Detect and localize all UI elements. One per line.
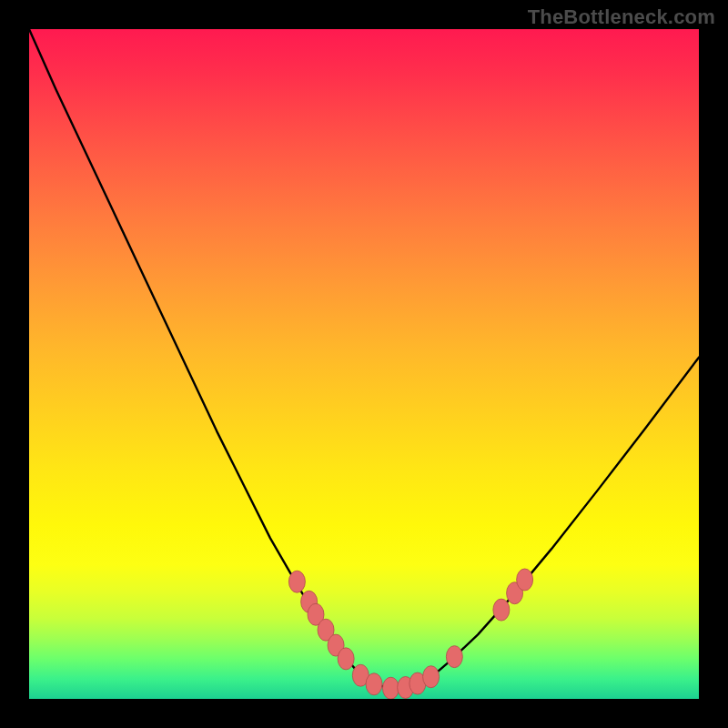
curve-marker: [446, 646, 462, 668]
curve-marker: [338, 648, 354, 670]
curve-marker: [382, 677, 399, 699]
curve-markers: [288, 569, 532, 699]
watermark-text: TheBottleneck.com: [528, 5, 715, 29]
curve-marker: [517, 569, 533, 591]
bottleneck-curve: [29, 29, 699, 688]
curve-marker: [493, 599, 510, 621]
chart-frame: TheBottleneck.com: [0, 0, 728, 728]
plot-area: [29, 29, 699, 699]
curve-marker: [366, 673, 382, 695]
curve-marker: [288, 571, 305, 592]
curve-svg: [29, 29, 699, 699]
curve-marker: [423, 666, 440, 688]
